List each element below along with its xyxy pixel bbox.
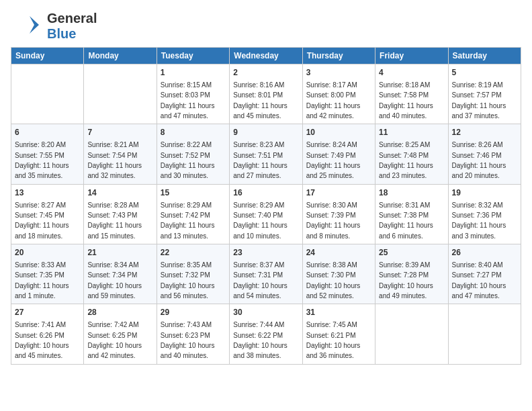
calendar-cell: 9Sunrise: 8:23 AM Sunset: 7:51 PM Daylig… — [230, 124, 302, 184]
day-info: Sunrise: 8:40 AM Sunset: 7:27 PM Dayligh… — [452, 261, 506, 300]
logo-icon — [11, 13, 44, 40]
day-info: Sunrise: 8:32 AM Sunset: 7:36 PM Dayligh… — [452, 201, 506, 240]
calendar-cell: 3Sunrise: 8:17 AM Sunset: 8:00 PM Daylig… — [302, 64, 375, 124]
day-info: Sunrise: 7:42 AM Sunset: 6:25 PM Dayligh… — [87, 321, 142, 359]
day-info: Sunrise: 8:24 AM Sunset: 7:49 PM Dayligh… — [306, 141, 361, 179]
calendar-cell: 1Sunrise: 8:15 AM Sunset: 8:03 PM Daylig… — [157, 64, 229, 124]
weekday-header: Monday — [84, 48, 157, 64]
day-info: Sunrise: 7:45 AM Sunset: 6:21 PM Dayligh… — [306, 321, 361, 359]
weekday-header: Wednesday — [230, 48, 302, 64]
day-number: 17 — [306, 187, 371, 199]
day-number: 27 — [15, 307, 80, 318]
day-number: 22 — [161, 247, 226, 259]
calendar-cell: 18Sunrise: 8:31 AM Sunset: 7:38 PM Dayli… — [375, 184, 448, 244]
day-info: Sunrise: 8:37 AM Sunset: 7:31 PM Dayligh… — [233, 261, 287, 300]
day-info: Sunrise: 8:34 AM Sunset: 7:34 PM Dayligh… — [87, 261, 142, 300]
day-info: Sunrise: 8:25 AM Sunset: 7:48 PM Dayligh… — [379, 141, 433, 179]
day-number: 11 — [379, 127, 444, 138]
calendar-cell: 24Sunrise: 8:38 AM Sunset: 7:30 PM Dayli… — [302, 244, 375, 304]
calendar-cell: 28Sunrise: 7:42 AM Sunset: 6:25 PM Dayli… — [84, 304, 157, 364]
day-info: Sunrise: 8:35 AM Sunset: 7:32 PM Dayligh… — [161, 261, 215, 300]
logo-blue: Blue — [47, 26, 76, 41]
day-number: 24 — [306, 247, 371, 259]
calendar-cell: 26Sunrise: 8:40 AM Sunset: 7:27 PM Dayli… — [448, 244, 521, 304]
day-number: 7 — [87, 127, 152, 138]
day-number: 12 — [452, 127, 517, 138]
calendar-week-row: 27Sunrise: 7:41 AM Sunset: 6:26 PM Dayli… — [11, 304, 521, 364]
calendar-week-row: 1Sunrise: 8:15 AM Sunset: 8:03 PM Daylig… — [11, 64, 521, 124]
day-info: Sunrise: 8:29 AM Sunset: 7:40 PM Dayligh… — [233, 201, 287, 240]
day-info: Sunrise: 8:27 AM Sunset: 7:45 PM Dayligh… — [15, 201, 69, 240]
day-info: Sunrise: 8:38 AM Sunset: 7:30 PM Dayligh… — [306, 261, 361, 300]
day-info: Sunrise: 8:22 AM Sunset: 7:52 PM Dayligh… — [161, 141, 215, 179]
day-info: Sunrise: 8:26 AM Sunset: 7:46 PM Dayligh… — [452, 141, 506, 179]
day-info: Sunrise: 8:21 AM Sunset: 7:54 PM Dayligh… — [87, 141, 142, 179]
calendar-cell: 25Sunrise: 8:39 AM Sunset: 7:28 PM Dayli… — [375, 244, 448, 304]
svg-marker-0 — [30, 16, 39, 34]
calendar-cell: 12Sunrise: 8:26 AM Sunset: 7:46 PM Dayli… — [448, 124, 521, 184]
day-info: Sunrise: 8:15 AM Sunset: 8:03 PM Dayligh… — [161, 81, 215, 120]
day-number: 19 — [452, 187, 517, 199]
calendar-week-row: 20Sunrise: 8:33 AM Sunset: 7:35 PM Dayli… — [11, 244, 521, 304]
day-number: 5 — [452, 67, 517, 79]
day-number: 28 — [87, 307, 152, 318]
day-number: 13 — [15, 187, 80, 199]
weekday-header: Saturday — [448, 48, 521, 64]
calendar-cell: 6Sunrise: 8:20 AM Sunset: 7:55 PM Daylig… — [11, 124, 84, 184]
day-number: 31 — [306, 307, 371, 318]
calendar-week-row: 13Sunrise: 8:27 AM Sunset: 7:45 PM Dayli… — [11, 184, 521, 244]
day-number: 15 — [161, 187, 226, 199]
day-info: Sunrise: 8:23 AM Sunset: 7:51 PM Dayligh… — [233, 141, 287, 179]
day-info: Sunrise: 8:17 AM Sunset: 8:00 PM Dayligh… — [306, 81, 361, 120]
day-number: 26 — [452, 247, 517, 259]
day-info: Sunrise: 8:39 AM Sunset: 7:28 PM Dayligh… — [379, 261, 433, 300]
day-number: 8 — [161, 127, 226, 138]
day-info: Sunrise: 8:30 AM Sunset: 7:39 PM Dayligh… — [306, 201, 361, 240]
weekday-header: Sunday — [11, 48, 84, 64]
calendar-cell: 8Sunrise: 8:22 AM Sunset: 7:52 PM Daylig… — [157, 124, 229, 184]
day-number: 29 — [161, 307, 226, 318]
day-number: 2 — [233, 67, 298, 79]
calendar-cell — [375, 304, 448, 364]
calendar-cell: 4Sunrise: 8:18 AM Sunset: 7:58 PM Daylig… — [375, 64, 448, 124]
calendar-cell: 22Sunrise: 8:35 AM Sunset: 7:32 PM Dayli… — [157, 244, 229, 304]
calendar-cell: 30Sunrise: 7:44 AM Sunset: 6:22 PM Dayli… — [230, 304, 302, 364]
weekday-header: Thursday — [302, 48, 375, 64]
day-number: 1 — [161, 67, 226, 79]
day-info: Sunrise: 8:18 AM Sunset: 7:58 PM Dayligh… — [379, 81, 433, 120]
day-number: 6 — [15, 127, 80, 138]
day-number: 18 — [379, 187, 444, 199]
calendar-cell — [448, 304, 521, 364]
calendar-cell — [11, 64, 84, 124]
calendar-cell: 10Sunrise: 8:24 AM Sunset: 7:49 PM Dayli… — [302, 124, 375, 184]
day-number: 25 — [379, 247, 444, 259]
calendar-cell: 29Sunrise: 7:43 AM Sunset: 6:23 PM Dayli… — [157, 304, 229, 364]
calendar-cell: 16Sunrise: 8:29 AM Sunset: 7:40 PM Dayli… — [230, 184, 302, 244]
calendar-cell: 21Sunrise: 8:34 AM Sunset: 7:34 PM Dayli… — [84, 244, 157, 304]
weekday-header: Tuesday — [157, 48, 229, 64]
day-number: 30 — [233, 307, 298, 318]
calendar-cell: 11Sunrise: 8:25 AM Sunset: 7:48 PM Dayli… — [375, 124, 448, 184]
calendar-cell: 20Sunrise: 8:33 AM Sunset: 7:35 PM Dayli… — [11, 244, 84, 304]
day-number: 21 — [87, 247, 152, 259]
calendar-cell: 23Sunrise: 8:37 AM Sunset: 7:31 PM Dayli… — [230, 244, 302, 304]
calendar-cell: 7Sunrise: 8:21 AM Sunset: 7:54 PM Daylig… — [84, 124, 157, 184]
day-number: 3 — [306, 67, 371, 79]
calendar-header-row: SundayMondayTuesdayWednesdayThursdayFrid… — [11, 48, 521, 64]
logo-general: General — [47, 11, 97, 26]
day-info: Sunrise: 7:43 AM Sunset: 6:23 PM Dayligh… — [161, 321, 215, 359]
day-number: 4 — [379, 67, 444, 79]
day-info: Sunrise: 8:31 AM Sunset: 7:38 PM Dayligh… — [379, 201, 433, 240]
calendar-cell: 17Sunrise: 8:30 AM Sunset: 7:39 PM Dayli… — [302, 184, 375, 244]
calendar-cell: 5Sunrise: 8:19 AM Sunset: 7:57 PM Daylig… — [448, 64, 521, 124]
calendar-cell: 2Sunrise: 8:16 AM Sunset: 8:01 PM Daylig… — [230, 64, 302, 124]
logo: GeneralBlue — [11, 11, 97, 42]
calendar-week-row: 6Sunrise: 8:20 AM Sunset: 7:55 PM Daylig… — [11, 124, 521, 184]
day-number: 10 — [306, 127, 371, 138]
calendar-cell: 13Sunrise: 8:27 AM Sunset: 7:45 PM Dayli… — [11, 184, 84, 244]
day-number: 23 — [233, 247, 298, 259]
calendar-cell: 14Sunrise: 8:28 AM Sunset: 7:43 PM Dayli… — [84, 184, 157, 244]
calendar-cell: 19Sunrise: 8:32 AM Sunset: 7:36 PM Dayli… — [448, 184, 521, 244]
day-info: Sunrise: 8:19 AM Sunset: 7:57 PM Dayligh… — [452, 81, 506, 120]
calendar-cell — [84, 64, 157, 124]
